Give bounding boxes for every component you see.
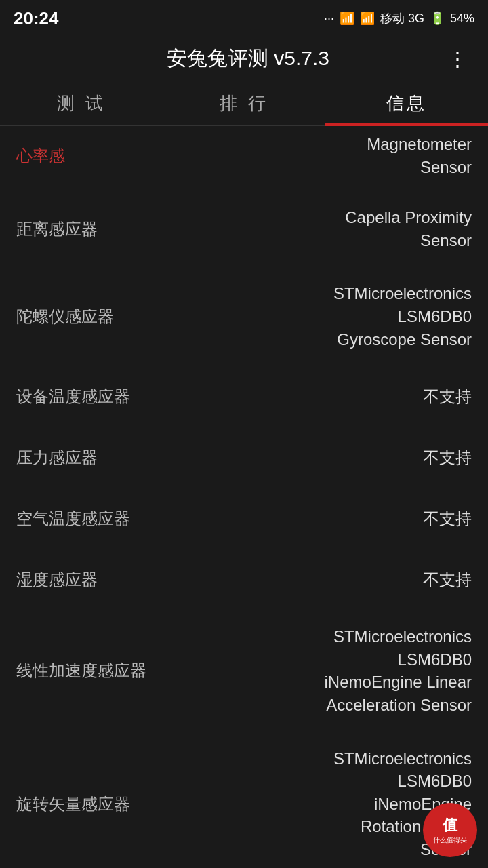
partial-item-label: 心率感 — [16, 145, 65, 167]
item-value-4: 不支持 — [130, 507, 472, 530]
item-value-2: 不支持 — [130, 385, 472, 408]
list-item: 旋转矢量感应器 STMicroelectronicsLSM6DB0iNemoEn… — [0, 732, 488, 868]
app-title: 安兔兔评测 v5.7.3 — [54, 45, 442, 73]
item-value-5: 不支持 — [98, 568, 472, 591]
watermark-badge: 值 什么值得买 — [423, 803, 477, 857]
watermark-line2: 什么值得买 — [433, 835, 467, 844]
battery-percent: 54% — [450, 12, 474, 26]
sensor-list: 心率感 MagnetometerSensor 距离感应器 Capella Pro… — [0, 126, 488, 868]
list-item: 距离感应器 Capella ProximitySensor — [0, 191, 488, 267]
status-icons: ··· 📶 📶 移动 3G 🔋 54% — [324, 10, 474, 26]
item-value-6: STMicroelectronicsLSM6DB0iNemoEngine Lin… — [146, 625, 472, 716]
carrier-label: 移动 3G — [380, 10, 424, 26]
item-label-0: 距离感应器 — [16, 218, 98, 240]
wifi-icon: 📶 — [340, 11, 354, 26]
overflow-menu-button[interactable]: ⋮ — [442, 44, 474, 73]
item-label-5: 湿度感应器 — [16, 569, 98, 591]
item-label-1: 陀螺仪感应器 — [16, 306, 114, 328]
watermark-line1: 值 — [443, 816, 458, 835]
item-value-0: Capella ProximitySensor — [98, 206, 472, 252]
item-value-1: STMicroelectronicsLSM6DB0Gyroscope Senso… — [114, 282, 472, 351]
item-label-2: 设备温度感应器 — [16, 386, 130, 408]
tab-test[interactable]: 测 试 — [0, 83, 163, 126]
list-item-partial: 心率感 MagnetometerSensor — [0, 126, 488, 191]
app-header: 安兔兔评测 v5.7.3 ⋮ — [0, 34, 488, 83]
tab-bar: 测 试 排 行 信息 — [0, 83, 488, 126]
item-value-3: 不支持 — [98, 446, 472, 469]
item-label-3: 压力感应器 — [16, 447, 98, 469]
list-item: 陀螺仪感应器 STMicroelectronicsLSM6DB0Gyroscop… — [0, 267, 488, 366]
item-value-7: STMicroelectronicsLSM6DB0iNemoEngineRota… — [130, 747, 472, 861]
battery-icon: 🔋 — [430, 11, 445, 26]
list-item: 设备温度感应器 不支持 — [0, 366, 488, 427]
signal-dots-icon: ··· — [324, 12, 334, 26]
status-time: 20:24 — [14, 8, 59, 29]
item-label-4: 空气温度感应器 — [16, 508, 130, 530]
list-item: 湿度感应器 不支持 — [0, 549, 488, 610]
item-label-7: 旋转矢量感应器 — [16, 793, 130, 815]
partial-item-value: MagnetometerSensor — [65, 133, 472, 178]
cellular-icon: 📶 — [360, 11, 375, 26]
status-bar: 20:24 ··· 📶 📶 移动 3G 🔋 54% — [0, 0, 488, 34]
tab-info[interactable]: 信息 — [325, 83, 488, 126]
item-label-6: 线性加速度感应器 — [16, 660, 146, 682]
tab-rank[interactable]: 排 行 — [163, 83, 325, 126]
list-item: 压力感应器 不支持 — [0, 427, 488, 488]
list-item: 线性加速度感应器 STMicroelectronicsLSM6DB0iNemoE… — [0, 610, 488, 732]
list-item: 空气温度感应器 不支持 — [0, 488, 488, 549]
